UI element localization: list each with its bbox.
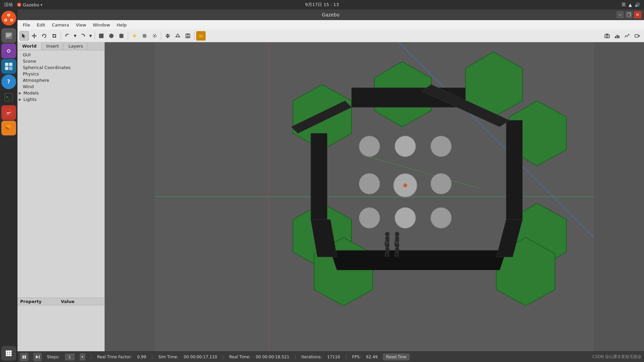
svg-marker-97 <box>506 120 523 221</box>
input-method[interactable]: 英 <box>622 2 626 8</box>
tab-insert[interactable]: Insert <box>42 42 64 50</box>
iter-label: Iterations: <box>301 355 322 359</box>
svg-marker-94 <box>314 237 373 306</box>
minimize-button[interactable]: − <box>616 11 624 18</box>
toolbar-redo-dropdown[interactable]: ▾ <box>88 31 93 41</box>
app-name[interactable]: G Gazebo ▾ <box>17 2 42 7</box>
svg-rect-79 <box>616 35 618 38</box>
toolbar-rotate-tool[interactable] <box>40 31 49 41</box>
toolbar-save-tool[interactable] <box>183 31 193 41</box>
csdn-watermark: CSDN @山重水复疑无路@ <box>592 354 641 360</box>
window-title: Gazebo <box>322 12 340 17</box>
svg-point-14 <box>8 50 10 52</box>
property-header: Property Value <box>17 298 104 305</box>
toolbar-record-icon[interactable] <box>633 31 642 41</box>
toolbar-box-shape[interactable] <box>97 31 106 41</box>
toolbar-translate-tool[interactable] <box>30 31 39 41</box>
svg-rect-11 <box>6 35 11 36</box>
main-layout: World Insert Layers GUI Scene Spherical … <box>17 42 644 351</box>
activity-label[interactable]: 活动 <box>4 2 13 8</box>
toolbar-snap-tool[interactable] <box>150 31 159 41</box>
taskbar-layers-icon[interactable] <box>1 121 16 135</box>
taskbar-manager-icon[interactable] <box>1 59 16 74</box>
taskbar-ubuntu-icon[interactable] <box>1 11 16 25</box>
toolbar-select-tool[interactable] <box>19 31 29 41</box>
close-button[interactable]: ✕ <box>634 11 641 18</box>
svg-rect-73 <box>187 34 189 35</box>
tree-physics[interactable]: Physics <box>17 71 104 77</box>
svg-point-105 <box>395 136 416 157</box>
svg-marker-89 <box>466 52 523 117</box>
menu-edit[interactable]: Edit <box>34 22 48 28</box>
tree-wind-label: Wind <box>23 84 34 89</box>
steps-input[interactable] <box>65 354 74 360</box>
toolbar-cylinder-shape[interactable] <box>117 31 126 41</box>
tree-models[interactable]: ▶ Models <box>17 90 104 96</box>
toolbar-chart-icon[interactable] <box>612 31 622 41</box>
svg-text:G: G <box>18 3 20 7</box>
system-bar: 活动 G Gazebo ▾ 9月17日 15：13 英 ▲ 🔊 <box>0 0 644 9</box>
svg-point-129 <box>403 183 407 187</box>
toolbar-light-tool[interactable] <box>130 31 139 41</box>
sound-icon[interactable]: 🔊 <box>635 2 640 7</box>
svg-marker-132 <box>36 355 39 359</box>
toolbar-sep-3 <box>128 32 128 40</box>
svg-point-77 <box>606 35 608 37</box>
toolbar-align-tool[interactable] <box>163 31 172 41</box>
toolbar-undo-dropdown[interactable]: ▾ <box>73 31 77 41</box>
menu-view[interactable]: View <box>73 22 89 28</box>
restore-button[interactable]: ❐ <box>625 11 633 18</box>
toolbar-grid-tool[interactable] <box>140 31 149 41</box>
taskbar-apps-icon[interactable] <box>1 346 16 361</box>
svg-point-125 <box>395 243 399 248</box>
tab-world[interactable]: World <box>17 42 42 50</box>
taskbar-terminal-icon[interactable]: >_ <box>1 90 16 105</box>
tree-lights[interactable]: ▶ Lights <box>17 96 104 103</box>
tree-models-label: Models <box>23 90 39 96</box>
step-button[interactable] <box>34 353 42 361</box>
toolbar-plot-icon[interactable] <box>623 31 632 41</box>
svg-rect-66 <box>166 35 170 36</box>
svg-rect-83 <box>155 42 594 351</box>
toolbar-orange-shape[interactable] <box>196 31 206 41</box>
svg-marker-96 <box>352 88 466 107</box>
tree-scene[interactable]: Scene <box>17 58 104 64</box>
toolbar-scale-tool[interactable] <box>50 31 59 41</box>
iter-value: 17110 <box>327 355 340 359</box>
pause-button[interactable] <box>20 353 28 361</box>
svg-rect-74 <box>186 36 189 38</box>
toolbar-sphere-shape[interactable] <box>107 31 116 41</box>
svg-marker-88 <box>374 62 431 127</box>
menu-camera[interactable]: Camera <box>49 22 72 28</box>
toolbar-undo[interactable] <box>63 31 72 41</box>
toolbar-sep-4 <box>161 32 161 40</box>
toolbar-redo[interactable] <box>78 31 88 41</box>
svg-rect-18 <box>9 67 12 70</box>
gazebo-icon: G <box>17 2 21 7</box>
toolbar-camera-icon[interactable] <box>602 31 612 41</box>
menu-help[interactable]: Help <box>114 22 129 28</box>
steps-dropdown[interactable]: ▾ <box>80 354 85 360</box>
taskbar-help-icon[interactable]: ? <box>1 74 16 89</box>
tree-atmosphere[interactable]: Atmosphere <box>17 77 104 83</box>
menu-window[interactable]: Window <box>90 22 113 28</box>
reset-time-button[interactable]: Reset Time <box>383 354 410 360</box>
taskbar-files-icon[interactable] <box>1 28 16 43</box>
viewport[interactable] <box>105 42 644 351</box>
svg-rect-127 <box>394 253 396 257</box>
svg-rect-78 <box>615 36 616 38</box>
toolbar-measure-tool[interactable] <box>173 31 182 41</box>
svg-point-112 <box>431 207 451 228</box>
steps-label: Steps: <box>47 355 60 359</box>
tree-spherical[interactable]: Spherical Coordinates <box>17 64 104 71</box>
tree-wind[interactable]: Wind <box>17 83 104 90</box>
svg-point-117 <box>395 232 399 237</box>
taskbar-settings-icon[interactable] <box>1 44 16 58</box>
svg-point-35 <box>8 354 10 356</box>
menu-file[interactable]: File <box>20 22 33 28</box>
taskbar-editor-icon[interactable] <box>1 105 16 120</box>
tree-gui[interactable]: GUI <box>17 52 104 58</box>
tab-layers[interactable]: Layers <box>64 42 88 50</box>
svg-line-87 <box>366 156 480 189</box>
svg-point-32 <box>8 352 10 354</box>
